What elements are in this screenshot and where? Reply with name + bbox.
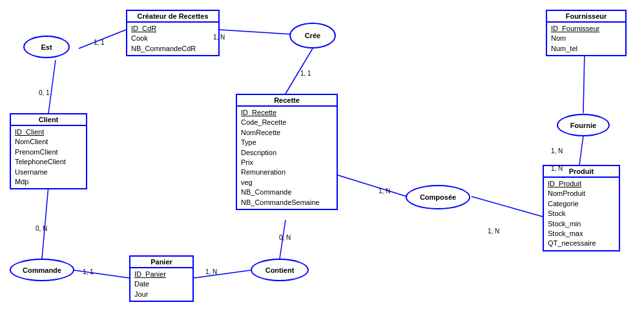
relation-est: Est [23, 36, 70, 58]
entity-recette-title: Recette [237, 95, 337, 107]
entity-createurrecettes-attrs: ID_CdR Cook NB_CommandeCdR [127, 23, 218, 55]
label-11-est-createurrecettes: 1, 1 [94, 39, 105, 46]
entity-createurrecettes: Créateur de Recettes ID_CdR Cook NB_Comm… [126, 10, 220, 56]
entity-recette-attrs: ID_Recette Code_Recette NomRecette Type … [237, 107, 337, 209]
entity-fournisseur-attrs: ID_Fournisseur Nom Num_tel [547, 23, 625, 55]
entity-client-title: Client [11, 114, 86, 126]
label-11-commande-panier: 1, 1 [83, 268, 94, 275]
svg-line-10 [583, 50, 585, 113]
label-1n-recette-composee: 1, N [379, 187, 390, 195]
svg-line-11 [579, 136, 583, 165]
svg-line-1 [48, 60, 56, 113]
entity-panier-title: Panier [130, 257, 192, 268]
diagram-container: Créateur de Recettes ID_CdR Cook NB_Comm… [0, 0, 644, 331]
svg-line-4 [42, 186, 48, 259]
svg-line-6 [194, 270, 251, 278]
label-1n-panier-contient: 1, N [205, 268, 217, 275]
relation-contient: Contient [251, 259, 309, 281]
entity-createurrecettes-title: Créateur de Recettes [127, 11, 218, 23]
entity-fournisseur-title: Fournisseur [547, 11, 625, 23]
relation-fournie: Fournie [557, 114, 610, 136]
svg-line-8 [336, 175, 407, 197]
label-11-cree-recette: 1, 1 [300, 70, 311, 77]
relation-composee: Composée [406, 185, 470, 209]
label-1n-fournie-produit: 1, N [551, 165, 563, 172]
relation-commande: Commande [10, 259, 74, 281]
entity-panier-attrs: ID_Panier Date Jour [130, 268, 192, 301]
label-01-est-client: 0, 1 [39, 89, 50, 96]
relation-cree: Crée [289, 23, 336, 48]
entity-recette: Recette ID_Recette Code_Recette NomRecet… [236, 94, 338, 210]
entity-client-attrs: ID_Client NomClient PrenomClient Telepho… [11, 126, 86, 188]
entity-panier: Panier ID_Panier Date Jour [129, 255, 194, 302]
label-0n-client-commande: 0, N [36, 225, 47, 232]
entity-fournisseur: Fournisseur ID_Fournisseur Nom Num_tel [546, 10, 627, 56]
label-0n-recette-contient: 0, N [279, 234, 291, 241]
label-1n-cree-createurrecettes: 1, N [213, 34, 225, 41]
entity-client: Client ID_Client NomClient PrenomClient … [10, 113, 87, 189]
label-1n-fournisseur-fournie: 1, N [551, 147, 563, 155]
label-1n-composee-produit: 1, N [488, 228, 499, 235]
svg-line-9 [472, 197, 543, 217]
entity-produit-attrs: ID_Produit NomProduit Categorie Stock St… [544, 178, 619, 250]
entity-produit: Produit ID_Produit NomProduit Categorie … [543, 165, 620, 251]
